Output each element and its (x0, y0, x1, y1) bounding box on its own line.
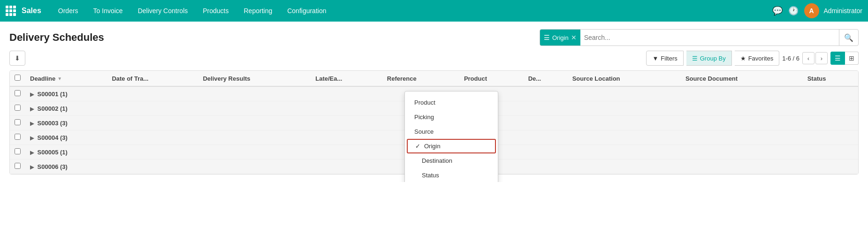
filters-button[interactable]: ▼ Filters (646, 51, 683, 66)
expand-arrow-icon: ▶ (30, 150, 34, 155)
row-checkbox-cell[interactable] (10, 101, 25, 116)
col-de[interactable]: De... (524, 71, 568, 86)
list-view-button[interactable]: ☰ (830, 52, 845, 65)
nav-products[interactable]: Products (196, 0, 235, 22)
list-icon: ☰ (544, 34, 550, 41)
dropdown-item-label: Destination (422, 157, 452, 164)
nav-configuration[interactable]: Configuration (281, 0, 333, 22)
user-name[interactable]: Administrator (824, 7, 862, 15)
col-delivery-results[interactable]: Delivery Results (198, 71, 311, 86)
dropdown-item-label: Status (422, 172, 439, 179)
group-by-dropdown: Product Picking Source ✓ Origin Destinat… (404, 91, 498, 182)
row-checkbox[interactable] (15, 148, 21, 154)
col-status[interactable]: Status (803, 71, 858, 86)
sort-icon: ▼ (57, 76, 62, 81)
col-source-location[interactable]: Source Location (568, 71, 681, 86)
next-page-button[interactable]: › (815, 52, 828, 64)
row-checkbox[interactable] (15, 90, 21, 96)
content-area: Delivery Schedules ☰ Origin ✕ 🔍 ⬇ ▼ Filt… (0, 22, 868, 182)
star-icon: ★ (740, 55, 746, 62)
expand-arrow-icon: ▶ (30, 164, 34, 170)
grid-view-button[interactable]: ⊞ (845, 52, 859, 65)
row-checkbox[interactable] (15, 163, 21, 169)
search-button[interactable]: 🔍 (839, 30, 858, 46)
col-source-document[interactable]: Source Document (681, 71, 803, 86)
group-by-option-source[interactable]: Source (405, 124, 498, 139)
app-name[interactable]: Sales (22, 7, 41, 15)
table-header-row: Deadline ▼ Date of Tra... Delivery Resul… (10, 71, 858, 86)
row-checkbox-cell[interactable] (10, 145, 25, 160)
col-product[interactable]: Product (459, 71, 524, 86)
search-area: ☰ Origin ✕ 🔍 (540, 29, 859, 46)
filters-label: Filters (661, 55, 677, 62)
group-by-label: Group By (700, 55, 726, 62)
row-checkbox-cell[interactable] (10, 130, 25, 145)
search-tag-origin: ☰ Origin ✕ (540, 30, 580, 46)
row-checkbox[interactable] (15, 119, 21, 125)
toolbar-left: ⬇ (9, 51, 25, 66)
nav-orders[interactable]: Orders (52, 0, 85, 22)
group-by-icon: ☰ (692, 55, 698, 62)
col-date-of-transfer[interactable]: Date of Tra... (107, 71, 198, 86)
chat-icon[interactable]: 💬 (772, 6, 783, 16)
prev-page-button[interactable]: ‹ (802, 52, 815, 64)
row-checkbox[interactable] (15, 105, 21, 111)
dropdown-item-label: Product (414, 99, 435, 106)
page-title: Delivery Schedules (9, 31, 104, 44)
nav-to-invoice[interactable]: To Invoice (87, 0, 129, 22)
group-by-option-status[interactable]: Status (405, 168, 498, 182)
download-button[interactable]: ⬇ (9, 51, 25, 66)
dropdown-item-label: Source (414, 128, 434, 135)
favorites-label: Favorites (748, 55, 773, 62)
expand-arrow-icon: ▶ (30, 135, 34, 141)
check-icon: ✓ (415, 143, 420, 150)
view-toggle: ☰ ⊞ (830, 52, 859, 65)
search-input[interactable] (580, 30, 839, 46)
search-tag-label: Origin (552, 34, 569, 41)
group-by-option-picking[interactable]: Picking (405, 110, 498, 124)
favorites-button[interactable]: ★ Favorites (735, 51, 779, 66)
group-by-option-origin[interactable]: ✓ Origin (407, 139, 496, 153)
nav-reporting[interactable]: Reporting (237, 0, 279, 22)
pagination-info: 1-6 / 6 (782, 55, 799, 62)
row-checkbox-cell[interactable] (10, 86, 25, 101)
pagination-nav: ‹ › (802, 52, 828, 64)
group-by-option-destination[interactable]: Destination (405, 153, 498, 168)
expand-arrow-icon: ▶ (30, 106, 34, 112)
dropdown-item-label: Picking (414, 114, 434, 121)
toolbar-row: ⬇ ▼ Filters ☰ Group By ★ Favorites 1-6 /… (9, 51, 859, 66)
expand-arrow-icon: ▶ (30, 91, 34, 97)
group-by-button[interactable]: ☰ Group By (686, 51, 732, 66)
nav-delivery-controls[interactable]: Delivery Controls (131, 0, 195, 22)
user-avatar[interactable]: A (804, 3, 819, 18)
clock-icon[interactable]: 🕐 (788, 6, 799, 16)
apps-icon[interactable] (6, 6, 16, 16)
top-navigation: Sales Orders To Invoice Delivery Control… (0, 0, 868, 22)
expand-arrow-icon: ▶ (30, 121, 34, 126)
dropdown-item-label: Origin (424, 143, 441, 150)
row-checkbox-cell[interactable] (10, 116, 25, 130)
col-deadline[interactable]: Deadline ▼ (25, 71, 107, 86)
row-checkbox[interactable] (15, 134, 21, 140)
col-late-early[interactable]: Late/Ea... (311, 71, 382, 86)
search-tag-close-button[interactable]: ✕ (571, 34, 577, 41)
filter-icon: ▼ (652, 55, 658, 62)
header-row: Delivery Schedules ☰ Origin ✕ 🔍 (9, 29, 859, 46)
row-checkbox-cell[interactable] (10, 160, 25, 174)
select-all-checkbox[interactable] (15, 75, 21, 81)
select-all-checkbox-cell[interactable] (10, 71, 25, 86)
group-by-option-product[interactable]: Product (405, 95, 498, 110)
col-reference[interactable]: Reference (382, 71, 459, 86)
